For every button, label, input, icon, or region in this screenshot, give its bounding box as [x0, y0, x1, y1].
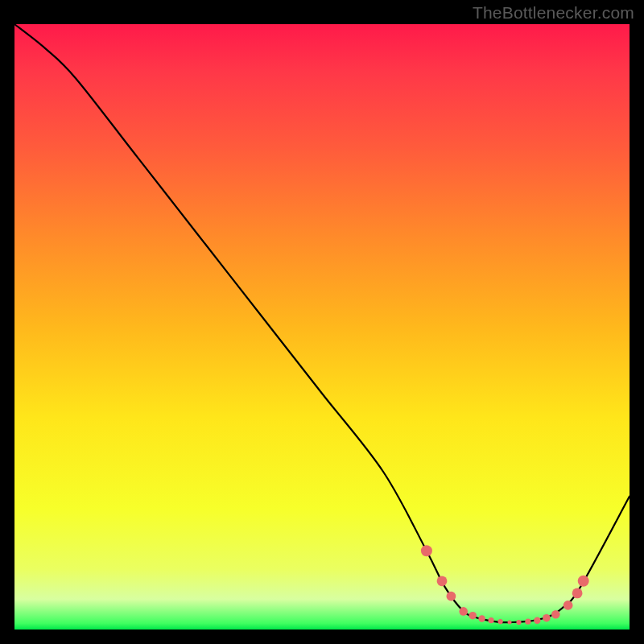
curve-marker [508, 621, 512, 625]
curve-marker [525, 619, 530, 625]
curve-marker [516, 620, 521, 625]
curve-marker [447, 592, 456, 601]
curve-marker [578, 576, 589, 587]
curve-marker [551, 610, 560, 619]
curve-marker [421, 545, 432, 556]
watermark-text: TheBottlenecker.com [473, 3, 634, 23]
curve-marker [489, 617, 494, 623]
curve-marker [564, 601, 573, 610]
chart-svg [14, 24, 630, 630]
curve-marker [543, 614, 551, 622]
bottleneck-curve [14, 24, 630, 622]
curve-marker [534, 617, 540, 624]
curve-marker [469, 612, 477, 620]
curve-marker [498, 619, 503, 624]
chart-frame [14, 24, 630, 630]
curve-marker [459, 607, 468, 616]
curve-marker [478, 615, 485, 621]
curve-marker [437, 576, 448, 586]
curve-marker [572, 588, 583, 599]
curve-markers [421, 545, 589, 625]
